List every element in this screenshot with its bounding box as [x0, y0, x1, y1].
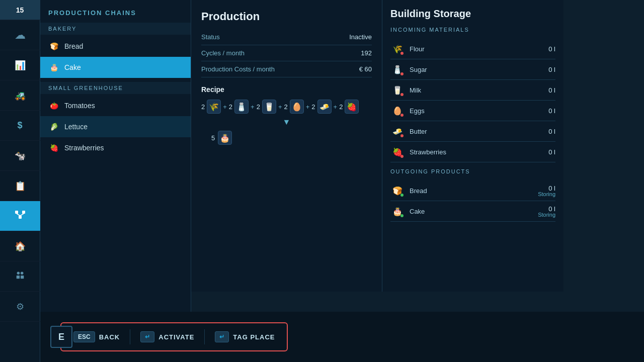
cake-out-name: Cake: [410, 208, 533, 215]
output-cake-icon: 🎂: [218, 131, 232, 145]
cake-dot: [400, 214, 404, 217]
milk-storage-icon: 🥛: [390, 83, 405, 97]
bread-dot: [400, 194, 404, 197]
bread-icon: 🍞: [48, 41, 59, 52]
ingredient-sugar-icon: 🧂: [234, 100, 249, 114]
strawberries-incoming-value: 0 l: [548, 148, 555, 156]
main-area: PRODUCTION CHAINS BAKERY 🍞 Bread 🎂 Cake …: [40, 0, 644, 362]
cow-icon: 🐄: [15, 150, 26, 161]
svg-rect-7: [16, 275, 19, 278]
strawberry-icon: 🍓: [48, 142, 59, 153]
worker-icon: [15, 269, 26, 284]
recipe-arrow: ▼: [201, 118, 372, 127]
chain-item-cake[interactable]: 🎂 Cake: [40, 57, 191, 78]
storage-item-butter: 🧈 Butter 0 l: [390, 121, 555, 142]
milk-value: 0 l: [548, 86, 555, 94]
sugar-value: 0 l: [548, 66, 555, 73]
sidebar-item-weather[interactable]: ☁: [0, 20, 40, 50]
chains-panel: PRODUCTION CHAINS BAKERY 🍞 Bread 🎂 Cake …: [40, 0, 191, 312]
cycles-label: Cycles / month: [201, 49, 245, 57]
plus-4: +: [334, 103, 338, 111]
arrow-down-icon: ▼: [283, 118, 291, 127]
sidebar-item-production[interactable]: [0, 201, 40, 231]
recipe-section: Recipe 2 🌾 + 2 🧂 + 2 🥛 + 2 🥚 + 2 🧈 + 2 🍓: [201, 85, 372, 145]
svg-rect-2: [19, 216, 22, 219]
production-panel: Production Status Inactive Cycles / mont…: [191, 0, 382, 292]
costs-label: Production Costs / month: [201, 65, 275, 73]
badge-number: 15: [16, 6, 24, 14]
chain-item-lettuce[interactable]: 🥬 Lettuce: [40, 116, 191, 137]
money-icon: $: [17, 120, 22, 131]
cycles-value: 192: [361, 49, 372, 57]
ingredient-strawberry-icon: 🍓: [345, 100, 359, 114]
sidebar-item-chart[interactable]: 📊: [0, 50, 40, 80]
ingredient-eggs-icon: 🥚: [290, 100, 304, 114]
back-button[interactable]: ESC BACK: [69, 329, 124, 344]
butter-value: 0 l: [548, 128, 555, 135]
recipe-title: Recipe: [201, 85, 372, 94]
cake-storing-label: Storing: [538, 212, 555, 218]
sidebar-item-settings[interactable]: ⚙: [0, 292, 40, 322]
chain-item-bread[interactable]: 🍞 Bread: [40, 36, 191, 57]
sidebar-item-money[interactable]: $: [0, 111, 40, 141]
tomato-icon: 🍅: [48, 100, 59, 111]
bread-storing-label: Storing: [538, 191, 555, 197]
chain-item-strawberries[interactable]: 🍓 Strawberries: [40, 137, 191, 158]
sidebar-item-worker[interactable]: [0, 261, 40, 292]
settings-icon: ⚙: [16, 301, 24, 312]
status-value: Inactive: [349, 33, 372, 41]
activate-label: ACTIVATE: [158, 333, 194, 341]
strawberries-label: Strawberries: [64, 144, 104, 152]
ingredient-flour-icon: 🌾: [207, 100, 221, 114]
chart-icon: 📊: [15, 60, 26, 71]
eggs-storage-icon: 🥚: [390, 104, 405, 118]
milk-dot: [400, 93, 404, 96]
cake-storage-icon: 🎂: [390, 204, 405, 218]
docs-icon: 📋: [15, 180, 26, 192]
storage-item-strawberries-incoming: 🍓 Strawberries 0 l: [390, 142, 555, 162]
svg-line-4: [20, 214, 24, 216]
sugar-dot: [400, 72, 404, 75]
e-key-button[interactable]: E: [50, 326, 72, 348]
storage-building-icon: 🏠: [15, 241, 26, 252]
bread-label: Bread: [64, 42, 83, 50]
sugar-storage-icon: 🧂: [390, 62, 405, 76]
butter-storage-icon: 🧈: [390, 124, 405, 138]
svg-rect-1: [22, 211, 25, 214]
butter-dot: [400, 134, 404, 137]
lettuce-label: Lettuce: [64, 123, 88, 131]
recipe-inputs-row: 2 🌾 + 2 🧂 + 2 🥛 + 2 🥚 + 2 🧈 + 2 🍓: [201, 100, 372, 114]
storage-item-milk: 🥛 Milk 0 l: [390, 80, 555, 101]
sidebar-item-storage[interactable]: 🏠: [0, 231, 40, 261]
ingredient-milk-icon: 🥛: [262, 100, 276, 114]
storage-item-sugar: 🧂 Sugar 0 l: [390, 59, 555, 80]
costs-row: Production Costs / month € 60: [201, 65, 372, 77]
production-info: Status Inactive Cycles / month 192 Produ…: [201, 33, 372, 77]
plus-2: +: [278, 103, 282, 111]
sugar-name: Sugar: [410, 66, 543, 73]
cake-label: Cake: [64, 63, 81, 71]
storage-item-eggs: 🥚 Eggs 0 l: [390, 101, 555, 121]
recipe-num-2: 2: [257, 103, 260, 111]
tomatoes-label: Tomatoes: [64, 102, 95, 110]
divider-2: [204, 329, 205, 344]
milk-name: Milk: [410, 86, 543, 94]
incoming-section-title: INCOMING MATERIALS: [390, 27, 555, 35]
sidebar: 15 ☁ 📊 🚜 $ 🐄 📋 🏠: [0, 0, 40, 362]
flour-value: 0 l: [548, 45, 555, 53]
recipe-num-3: 2: [284, 103, 287, 111]
tag-place-button[interactable]: ↵ TAG PLACE: [211, 329, 279, 344]
chain-item-tomatoes[interactable]: 🍅 Tomatoes: [40, 95, 191, 116]
sidebar-item-docs[interactable]: 📋: [0, 171, 40, 201]
sidebar-item-tractor[interactable]: 🚜: [0, 80, 40, 111]
tag-place-label: TAG PLACE: [233, 333, 275, 341]
svg-point-5: [17, 272, 20, 275]
plus-0: +: [223, 103, 227, 111]
storage-title: Building Storage: [390, 8, 555, 20]
svg-line-3: [17, 214, 20, 216]
strawberry-dot: [400, 155, 404, 158]
sidebar-item-cow[interactable]: 🐄: [0, 141, 40, 171]
recipe-num-5: 2: [339, 103, 343, 111]
flour-storage-icon: 🌾: [390, 42, 405, 56]
activate-button[interactable]: ↵ ACTIVATE: [136, 329, 198, 344]
